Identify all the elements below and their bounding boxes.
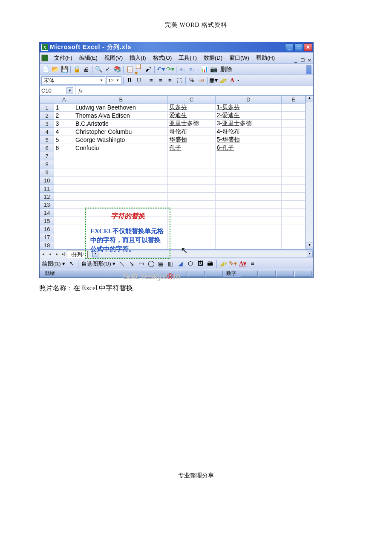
cell[interactable]	[282, 144, 306, 152]
camera-icon[interactable]: 📷	[209, 65, 218, 74]
row-header[interactable]: 8	[40, 160, 54, 168]
cell[interactable]	[215, 185, 282, 193]
textbox-icon[interactable]: ▤	[157, 260, 165, 268]
cell[interactable]	[168, 185, 215, 193]
workbook-icon[interactable]	[41, 55, 48, 61]
col-header-B[interactable]: B	[74, 96, 168, 104]
cell[interactable]	[215, 217, 282, 225]
cell[interactable]	[74, 168, 168, 176]
name-box[interactable]: C10 ▼	[40, 86, 75, 95]
cell[interactable]: George Washingto	[74, 136, 168, 144]
cell[interactable]: Thomas Alva Edison	[74, 112, 168, 120]
cell[interactable]	[74, 185, 168, 193]
cell[interactable]	[282, 104, 306, 112]
cell[interactable]: 贝多芬	[168, 104, 215, 112]
cell[interactable]	[54, 193, 74, 201]
cell[interactable]	[54, 241, 74, 249]
cell[interactable]	[54, 201, 74, 209]
col-header-C[interactable]: C	[168, 96, 215, 104]
picture-icon[interactable]: 🏔	[206, 260, 214, 268]
cell[interactable]	[282, 120, 306, 128]
font-size-select[interactable]: 12 ▼	[106, 76, 121, 85]
row-header[interactable]: 15	[40, 217, 54, 225]
cell[interactable]	[168, 241, 215, 249]
format-painter-icon[interactable]: 🖌	[144, 65, 153, 74]
cell[interactable]	[54, 209, 74, 217]
align-right-icon[interactable]: ≡	[166, 76, 174, 85]
cell[interactable]	[168, 225, 215, 233]
cell[interactable]	[54, 233, 74, 241]
cell[interactable]	[282, 176, 306, 185]
cell[interactable]: Ludwig van Beethoven	[74, 104, 168, 112]
cell[interactable]	[168, 160, 215, 168]
scroll-up-icon[interactable]: ▲	[306, 95, 313, 102]
fill-color-icon[interactable]: ◢▾	[219, 260, 228, 268]
cell[interactable]	[282, 185, 306, 193]
clipart-icon[interactable]: 🖼	[196, 260, 205, 268]
sheet-tab[interactable]: \分列/	[67, 251, 88, 258]
row-header[interactable]: 14	[40, 209, 54, 217]
rectangle-icon[interactable]: ▭	[137, 260, 146, 268]
cell[interactable]: 4-哥伦布	[215, 128, 282, 136]
print-preview-icon[interactable]: 🔍	[94, 65, 103, 74]
sort-asc-icon[interactable]: A↓	[178, 65, 187, 74]
cell[interactable]: 1-贝多芬	[215, 104, 282, 112]
cell[interactable]	[168, 193, 215, 201]
menu-help[interactable]: 帮助(H)	[253, 53, 278, 63]
cell[interactable]	[54, 185, 74, 193]
cell[interactable]: 爱迪生	[168, 112, 215, 120]
cell[interactable]	[282, 136, 306, 144]
cell[interactable]: 4	[54, 128, 74, 136]
permission-icon[interactable]: 🔒	[72, 65, 81, 74]
cell[interactable]: Confuciu	[74, 144, 168, 152]
align-center-icon[interactable]: ≡	[156, 76, 165, 85]
cell[interactable]	[215, 160, 282, 168]
print-icon[interactable]: 🖨	[82, 65, 90, 74]
sheet-nav-next[interactable]: ▸	[53, 251, 60, 256]
scroll-down-icon[interactable]: ▼	[306, 243, 313, 249]
cell[interactable]	[54, 152, 74, 160]
doc-restore[interactable]: ❐	[300, 58, 306, 63]
undo-icon[interactable]: ↶▾	[156, 65, 165, 74]
row-header[interactable]: 13	[40, 201, 54, 209]
cell[interactable]: 5	[54, 136, 74, 144]
wordart-icon[interactable]: ◢	[176, 260, 185, 268]
cell[interactable]	[282, 168, 306, 176]
redo-icon[interactable]: ↷▾	[166, 65, 174, 74]
cell[interactable]	[215, 176, 282, 185]
cell[interactable]	[215, 225, 282, 233]
row-header[interactable]: 3	[40, 120, 54, 128]
toolbar-options-icon[interactable]	[306, 65, 311, 74]
cell[interactable]	[215, 193, 282, 201]
row-header[interactable]: 17	[40, 233, 54, 241]
maximize-button[interactable]: □	[294, 43, 303, 51]
new-icon[interactable]: 📄	[41, 65, 50, 74]
align-left-icon[interactable]: ≡	[147, 76, 156, 85]
cell[interactable]	[215, 201, 282, 209]
cell[interactable]	[215, 233, 282, 241]
font-color-icon[interactable]: A▾	[239, 260, 247, 268]
merge-center-icon[interactable]: ⬚	[175, 76, 184, 85]
font-color-icon[interactable]: A	[228, 76, 236, 85]
cell[interactable]	[54, 160, 74, 168]
paste-icon[interactable]: 📋▾	[135, 65, 143, 74]
cell[interactable]: 5-华盛顿	[215, 136, 282, 144]
cell[interactable]	[282, 112, 306, 120]
row-header[interactable]: 2	[40, 112, 54, 120]
cell[interactable]	[215, 152, 282, 160]
minimize-button[interactable]: _	[285, 43, 294, 51]
fill-color-icon[interactable]: ◢▾	[219, 76, 227, 85]
draw-menu[interactable]: 绘图(R) ▾	[41, 260, 66, 268]
menu-file[interactable]: 文件(F)	[51, 53, 76, 63]
delete-button[interactable]: 删除	[219, 66, 234, 73]
cell[interactable]	[168, 217, 215, 225]
cell[interactable]	[74, 176, 168, 185]
font-name-select[interactable]: 宋体 ▼	[41, 76, 105, 85]
close-button[interactable]: ✕	[304, 43, 312, 51]
select-all-corner[interactable]	[40, 96, 54, 104]
line-color-icon[interactable]: ✎▾	[229, 260, 237, 268]
row-header[interactable]: 4	[40, 128, 54, 136]
line-icon[interactable]: ＼	[118, 260, 126, 268]
cell[interactable]	[168, 152, 215, 160]
select-objects-icon[interactable]: ↖	[67, 260, 76, 268]
